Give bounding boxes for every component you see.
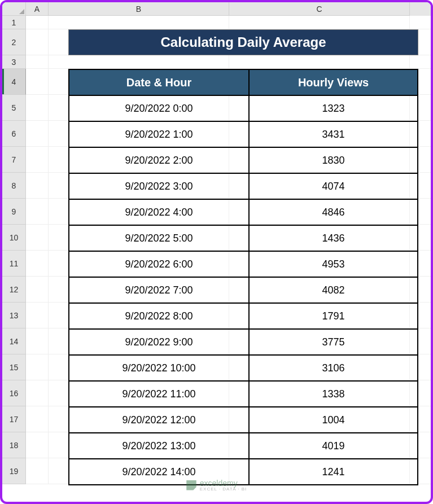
table-row: 9/20/2022 14:001241: [69, 459, 418, 485]
cell-views[interactable]: 4082: [249, 277, 418, 303]
row-headers: 1 2 3 4 5 6 7 8 9 10 11 12 13 14 15 16 1…: [2, 16, 26, 484]
cell-date[interactable]: 9/20/2022 6:00: [69, 251, 249, 277]
table-row: 9/20/2022 2:001830: [69, 147, 418, 173]
cell-views[interactable]: 1338: [249, 381, 418, 407]
cell-views[interactable]: 1436: [249, 225, 418, 251]
col-header-a[interactable]: A: [26, 2, 49, 16]
cell-date[interactable]: 9/20/2022 0:00: [69, 95, 249, 121]
row-header-7[interactable]: 7: [2, 147, 26, 173]
header-hourly-views[interactable]: Hourly Views: [249, 69, 418, 95]
title-banner: Calculating Daily Average: [68, 29, 418, 55]
row-header-11[interactable]: 11: [2, 251, 26, 277]
cell-views[interactable]: 3106: [249, 355, 418, 381]
cell-date[interactable]: 9/20/2022 11:00: [69, 381, 249, 407]
row-header-2[interactable]: 2: [2, 29, 26, 55]
row-header-16[interactable]: 16: [2, 380, 26, 406]
table-row: 9/20/2022 5:001436: [69, 225, 418, 251]
row-header-4[interactable]: 4: [2, 69, 26, 95]
row-header-14[interactable]: 14: [2, 328, 26, 354]
table-row: 9/20/2022 4:004846: [69, 199, 418, 225]
cell-date[interactable]: 9/20/2022 13:00: [69, 433, 249, 459]
row-header-13[interactable]: 13: [2, 303, 26, 328]
cell-date[interactable]: 9/20/2022 7:00: [69, 277, 249, 303]
table-row: 9/20/2022 11:001338: [69, 381, 418, 407]
cell-date[interactable]: 9/20/2022 4:00: [69, 199, 249, 225]
row-header-3[interactable]: 3: [2, 55, 26, 69]
spreadsheet: A B C 1 2 3 4 5 6 7 8 9 10 11 12 13 14 1…: [2, 2, 431, 502]
table-row: 9/20/2022 13:004019: [69, 433, 418, 459]
table-row: 9/20/2022 9:003775: [69, 329, 418, 355]
table-header-row: Date & Hour Hourly Views: [69, 69, 418, 95]
cell-date[interactable]: 9/20/2022 12:00: [69, 407, 249, 433]
cell-views[interactable]: 1791: [249, 303, 418, 329]
header-date-hour[interactable]: Date & Hour: [69, 69, 249, 95]
row-header-6[interactable]: 6: [2, 121, 26, 147]
cell-views[interactable]: 1830: [249, 147, 418, 173]
row-header-5[interactable]: 5: [2, 95, 26, 121]
table-row: 9/20/2022 12:001004: [69, 407, 418, 433]
row-header-10[interactable]: 10: [2, 225, 26, 251]
row-header-1[interactable]: 1: [2, 16, 26, 29]
row-header-18[interactable]: 18: [2, 432, 26, 458]
table-row: 9/20/2022 0:001323: [69, 95, 418, 121]
cell-date[interactable]: 9/20/2022 2:00: [69, 147, 249, 173]
cell-views[interactable]: 4953: [249, 251, 418, 277]
grid-area[interactable]: Calculating Daily Average Date & Hour Ho…: [26, 16, 431, 484]
cell-views[interactable]: 1241: [249, 459, 418, 485]
row-header-12[interactable]: 12: [2, 277, 26, 303]
row-header-19[interactable]: 19: [2, 458, 26, 484]
table-row: 9/20/2022 10:003106: [69, 355, 418, 381]
table-row: 9/20/2022 3:004074: [69, 173, 418, 199]
table-row: 9/20/2022 6:004953: [69, 251, 418, 277]
cell-date[interactable]: 9/20/2022 8:00: [69, 303, 249, 329]
select-all-corner[interactable]: [2, 2, 26, 16]
col-header-c[interactable]: C: [229, 2, 410, 16]
row-header-9[interactable]: 9: [2, 199, 26, 225]
cell-date[interactable]: 9/20/2022 5:00: [69, 225, 249, 251]
table-row: 9/20/2022 8:001791: [69, 303, 418, 329]
cell-views[interactable]: 4846: [249, 199, 418, 225]
table-row: 9/20/2022 1:003431: [69, 121, 418, 147]
col-header-b[interactable]: B: [49, 2, 229, 16]
cell-views[interactable]: 1323: [249, 95, 418, 121]
cell-date[interactable]: 9/20/2022 10:00: [69, 355, 249, 381]
cell-views[interactable]: 3775: [249, 329, 418, 355]
cell-views[interactable]: 4074: [249, 173, 418, 199]
cell-date[interactable]: 9/20/2022 3:00: [69, 173, 249, 199]
screenshot-frame: A B C 1 2 3 4 5 6 7 8 9 10 11 12 13 14 1…: [0, 0, 433, 504]
row-header-17[interactable]: 17: [2, 406, 26, 432]
row-header-8[interactable]: 8: [2, 173, 26, 199]
watermark-tag: EXCEL · DATA · BI: [200, 487, 247, 492]
table-row: 9/20/2022 7:004082: [69, 277, 418, 303]
row-header-15[interactable]: 15: [2, 354, 26, 380]
cell-date[interactable]: 9/20/2022 1:00: [69, 121, 249, 147]
cell-views[interactable]: 4019: [249, 433, 418, 459]
cell-views[interactable]: 3431: [249, 121, 418, 147]
cell-views[interactable]: 1004: [249, 407, 418, 433]
data-table: Date & Hour Hourly Views 9/20/2022 0:001…: [68, 69, 418, 485]
cell-date[interactable]: 9/20/2022 9:00: [69, 329, 249, 355]
cell-date[interactable]: 9/20/2022 14:00: [69, 459, 249, 485]
column-headers: A B C: [2, 2, 431, 16]
